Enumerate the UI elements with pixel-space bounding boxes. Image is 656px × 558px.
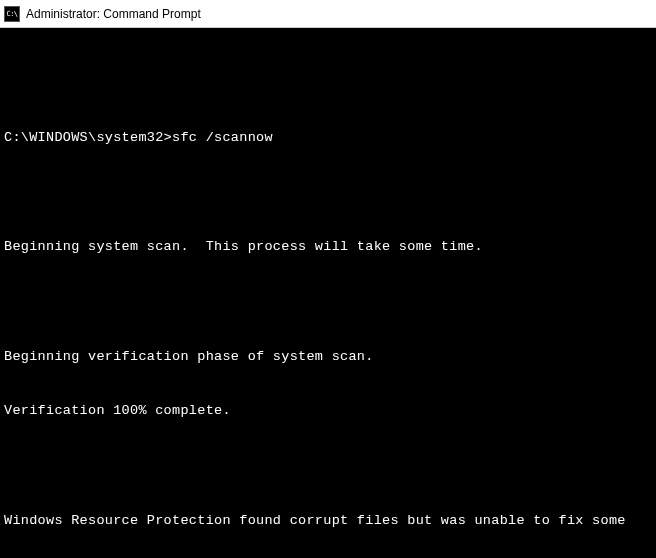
terminal-line: Verification 100% complete. (4, 402, 652, 420)
terminal-output[interactable]: C:\WINDOWS\system32>sfc /scannow Beginni… (0, 28, 656, 558)
window-title: Administrator: Command Prompt (26, 7, 201, 21)
terminal-line (4, 293, 652, 311)
terminal-line (4, 74, 652, 92)
window-title-bar[interactable]: C:\ Administrator: Command Prompt (0, 0, 656, 28)
terminal-line: C:\WINDOWS\system32>sfc /scannow (4, 129, 652, 147)
terminal-line: Windows Resource Protection found corrup… (4, 512, 652, 530)
terminal-line (4, 184, 652, 202)
terminal-line: Beginning verification phase of system s… (4, 348, 652, 366)
cmd-icon: C:\ (4, 6, 20, 22)
terminal-line: Beginning system scan. This process will… (4, 238, 652, 256)
terminal-line (4, 457, 652, 475)
